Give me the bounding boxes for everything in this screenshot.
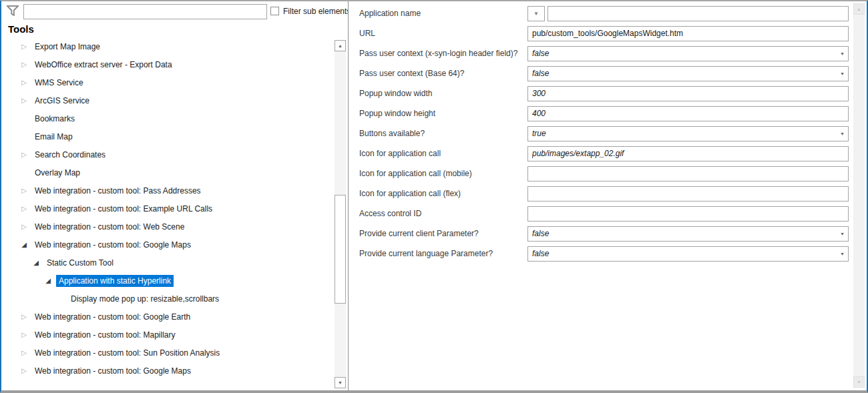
tree-item-label[interactable]: Web integration - custom tool: Mapillary	[32, 329, 178, 341]
tree-item-label[interactable]: WMS Service	[32, 77, 86, 89]
tree-item-label[interactable]: Static Custom Tool	[44, 257, 116, 269]
tool-configuration-window: Filter sub elements Tools ▷Export Map Im…	[0, 0, 868, 393]
tree-item-label[interactable]: Email Map	[32, 131, 75, 143]
tree-item-label[interactable]: Web integration - custom tool: Google Ma…	[32, 239, 194, 251]
tools-panel: Filter sub elements Tools ▷Export Map Im…	[1, 1, 348, 390]
tree-item-bookmarks[interactable]: Bookmarks	[1, 109, 333, 127]
scroll-up-icon[interactable]: ▲	[335, 40, 346, 51]
tree-item-label[interactable]: Export Map Image	[32, 41, 103, 53]
field-label: Icon for application call (mobile)	[359, 169, 527, 178]
field-label: Pass user context (Base 64)?	[359, 69, 527, 78]
icon-for-application-call-input[interactable]	[527, 146, 849, 161]
field-label: Popup window width	[359, 89, 527, 98]
icon-for-application-call-mobile-input[interactable]	[527, 166, 849, 181]
expand-icon[interactable]: ▷	[19, 187, 29, 194]
tree-item-label[interactable]: Web integration - custom tool: Sun Posit…	[32, 347, 222, 359]
tree-item-label[interactable]: Bookmarks	[32, 113, 77, 125]
scrollbar-thumb[interactable]	[335, 195, 346, 304]
expand-icon[interactable]: ▷	[19, 61, 29, 68]
tree-item-label[interactable]: ArcGIS Service	[32, 95, 92, 107]
tree-item-label[interactable]: Web integration - custom tool: Web Scene	[32, 221, 187, 233]
tree-item-search-coordinates[interactable]: ▷Search Coordinates	[1, 145, 333, 163]
tree-item-application-with-static-hyperlink[interactable]: ◢Application with static Hyperlink	[1, 272, 333, 290]
filter-input[interactable]	[23, 4, 267, 19]
icon-for-application-call-flex-input[interactable]	[527, 186, 849, 202]
tree-item-email-map[interactable]: Email Map	[1, 127, 333, 145]
expand-icon[interactable]: ▷	[19, 314, 29, 320]
tree-item-label[interactable]: Web integration - custom tool: Example U…	[32, 203, 215, 215]
field-control	[527, 146, 849, 161]
tree-item-label[interactable]: Web integration - custom tool: Google Ma…	[32, 365, 194, 377]
tree-item-overlay-map[interactable]: Overlay Map	[1, 163, 333, 181]
tree-item-wms-service[interactable]: ▷WMS Service	[1, 73, 333, 91]
field-control	[527, 206, 849, 222]
provide-current-language-parameter-select[interactable]: false▼	[527, 246, 849, 262]
collapse-icon[interactable]: ◢	[43, 278, 53, 284]
tree-item-web-integration-custom-tool-example-url-calls[interactable]: ▷Web integration - custom tool: Example …	[1, 200, 333, 218]
field-label: Pass user context (x-syn-login header fi…	[359, 49, 527, 58]
expand-icon[interactable]: ▷	[19, 43, 29, 50]
expand-icon[interactable]: ▷	[19, 151, 29, 158]
filter-sub-elements-checkbox[interactable]	[270, 7, 279, 15]
expand-icon[interactable]: ▷	[19, 368, 29, 374]
pass-user-context-x-syn-login-header-field-select[interactable]: false▼	[527, 46, 849, 61]
application-name-input[interactable]	[548, 6, 849, 21]
buttons-available-select[interactable]: true▼	[527, 126, 849, 141]
field-row-buttons-available: Buttons available?true▼	[359, 123, 849, 143]
tree-item-web-integration-custom-tool-google-earth[interactable]: ▷Web integration - custom tool: Google E…	[1, 308, 333, 326]
expand-icon[interactable]: ▷	[19, 97, 29, 104]
field-label: Icon for application call (flex)	[359, 189, 527, 198]
tree-item-label[interactable]: Display mode pop up: resizable,scrollbar…	[68, 293, 222, 305]
tree-item-display-mode-pop-up-resizable-scrollbars[interactable]: Display mode pop up: resizable,scrollbar…	[1, 290, 333, 308]
tree-item-static-custom-tool[interactable]: ◢Static Custom Tool	[1, 254, 333, 272]
properties-panel: Application name▼URLPass user context (x…	[349, 1, 867, 390]
tree-item-label[interactable]: WebOffice extract server - Export Data	[32, 59, 175, 71]
tree-item-label[interactable]: Overlay Map	[32, 167, 83, 179]
chevron-down-icon: ▼	[840, 71, 845, 76]
dropdown-button[interactable]: ▼	[527, 6, 545, 21]
field-control	[527, 26, 849, 41]
popup-window-width-input[interactable]	[527, 86, 849, 101]
field-label: URL	[359, 29, 527, 38]
tree-item-label[interactable]: Application with static Hyperlink	[56, 275, 174, 287]
field-label: Popup window height	[359, 109, 527, 118]
chevron-down-icon: ▼	[840, 51, 845, 56]
tree-item-web-integration-custom-tool-google-maps[interactable]: ◢Web integration - custom tool: Google M…	[1, 236, 333, 254]
expand-icon[interactable]: ▷	[19, 206, 29, 212]
field-control: false▼	[527, 226, 849, 242]
field-control	[527, 166, 849, 181]
provide-current-client-parameter-select[interactable]: false▼	[527, 226, 849, 242]
scroll-down-icon[interactable]: ▼	[335, 377, 346, 388]
chevron-down-icon: ▼	[840, 252, 845, 256]
expand-icon[interactable]: ▷	[19, 79, 29, 86]
field-row-pass-user-context-base-64: Pass user context (Base 64)?false▼	[359, 63, 849, 83]
collapse-icon[interactable]: ◢	[31, 260, 41, 266]
tree-item-web-integration-custom-tool-sun-position-analysis[interactable]: ▷Web integration - custom tool: Sun Posi…	[1, 344, 333, 362]
tree-item-label[interactable]: Web integration - custom tool: Google Ea…	[32, 311, 193, 323]
collapse-icon[interactable]: ◢	[19, 242, 29, 248]
field-row-provide-current-client-parameter: Provide current client Parameter?false▼	[359, 224, 849, 244]
url-input[interactable]	[527, 26, 849, 41]
tree-item-label[interactable]: Search Coordinates	[32, 149, 108, 161]
access-control-id-input[interactable]	[527, 206, 849, 222]
popup-window-height-input[interactable]	[527, 106, 849, 121]
tree-item-label[interactable]: Web integration - custom tool: Pass Addr…	[32, 185, 204, 197]
expand-icon[interactable]: ▷	[19, 350, 29, 356]
properties-scrollbar[interactable]: ▲ ▼	[853, 3, 865, 388]
expand-icon[interactable]: ▷	[19, 224, 29, 230]
scroll-up-icon[interactable]: ▲	[853, 3, 865, 15]
field-control	[527, 186, 849, 202]
tree-item-export-map-image[interactable]: ▷Export Map Image	[1, 37, 333, 55]
filter-bar: Filter sub elements	[1, 1, 348, 23]
tree-item-web-integration-custom-tool-web-scene[interactable]: ▷Web integration - custom tool: Web Scen…	[1, 218, 333, 236]
tree-item-web-integration-custom-tool-google-maps[interactable]: ▷Web integration - custom tool: Google M…	[1, 362, 333, 380]
scroll-down-icon[interactable]: ▼	[853, 376, 865, 388]
pass-user-context-base-64-select[interactable]: false▼	[527, 66, 849, 81]
tree-item-weboffice-extract-server-export-data[interactable]: ▷WebOffice extract server - Export Data	[1, 55, 333, 73]
tree-item-web-integration-custom-tool-mapillary[interactable]: ▷Web integration - custom tool: Mapillar…	[1, 326, 333, 344]
tree-item-arcgis-service[interactable]: ▷ArcGIS Service	[1, 91, 333, 109]
select-value: false	[532, 249, 549, 258]
expand-icon[interactable]: ▷	[19, 332, 29, 338]
tree-item-web-integration-custom-tool-pass-addresses[interactable]: ▷Web integration - custom tool: Pass Add…	[1, 181, 333, 200]
tree-scrollbar[interactable]: ▲ ▼	[335, 40, 346, 388]
